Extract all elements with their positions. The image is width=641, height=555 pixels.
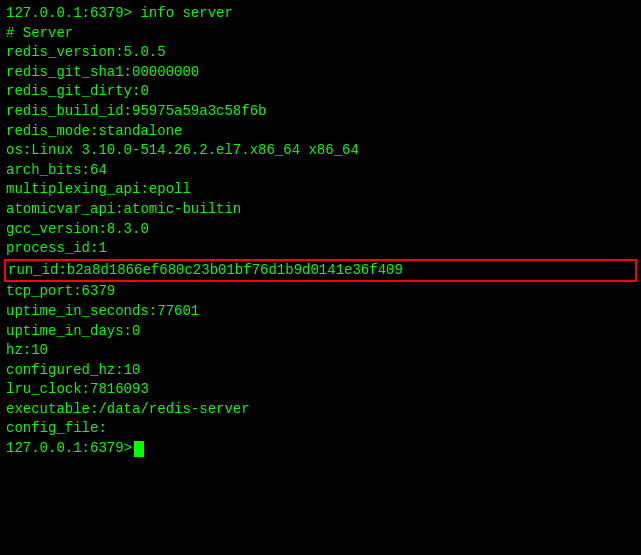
- run-id-line: run_id:b2a8d1866ef680c23b01bf76d1b9d0141…: [4, 259, 637, 283]
- configured-hz-line: configured_hz:10: [6, 361, 635, 381]
- process-id-line: process_id:1: [6, 239, 635, 259]
- os-line: os:Linux 3.10.0-514.26.2.el7.x86_64 x86_…: [6, 141, 635, 161]
- redis-build-id-line: redis_build_id:95975a59a3c58f6b: [6, 102, 635, 122]
- hz-line: hz:10: [6, 341, 635, 361]
- uptime-seconds-line: uptime_in_seconds:77601: [6, 302, 635, 322]
- atomicvar-api-line: atomicvar_api:atomic-builtin: [6, 200, 635, 220]
- redis-git-dirty-line: redis_git_dirty:0: [6, 82, 635, 102]
- redis-git-sha1-line: redis_git_sha1:00000000: [6, 63, 635, 83]
- prompt-text: 127.0.0.1:6379>: [6, 439, 132, 459]
- arch-bits-line: arch_bits:64: [6, 161, 635, 181]
- multiplexing-api-line: multiplexing_api:epoll: [6, 180, 635, 200]
- cursor-block: [134, 441, 144, 457]
- server-header-line: # Server: [6, 24, 635, 44]
- uptime-days-line: uptime_in_days:0: [6, 322, 635, 342]
- tcp-port-line: tcp_port:6379: [6, 282, 635, 302]
- input-prompt-line[interactable]: 127.0.0.1:6379>: [6, 439, 635, 459]
- redis-version-line: redis_version:5.0.5: [6, 43, 635, 63]
- executable-line: executable:/data/redis-server: [6, 400, 635, 420]
- command-line: 127.0.0.1:6379> info server: [6, 4, 635, 24]
- gcc-version-line: gcc_version:8.3.0: [6, 220, 635, 240]
- config-file-line: config_file:: [6, 419, 635, 439]
- terminal-window: 127.0.0.1:6379> info server # Server red…: [0, 0, 641, 555]
- redis-mode-line: redis_mode:standalone: [6, 122, 635, 142]
- lru-clock-line: lru_clock:7816093: [6, 380, 635, 400]
